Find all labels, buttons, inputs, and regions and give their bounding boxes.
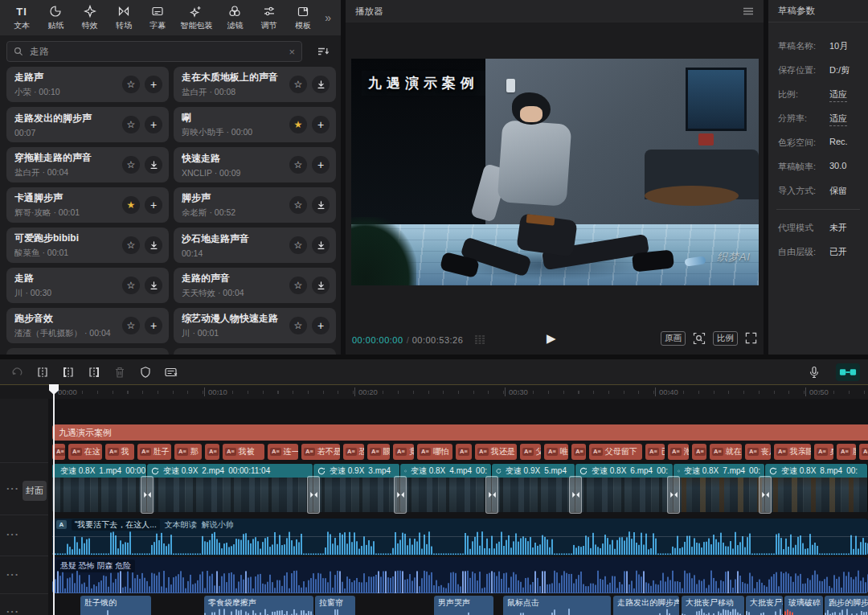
add-to-timeline-button[interactable]: + [312, 196, 330, 214]
subtitle-clip[interactable]: 父母留下 [589, 444, 642, 460]
favorite-button[interactable] [289, 236, 307, 254]
subtitle-clip[interactable] [692, 444, 706, 460]
add-to-timeline-button[interactable]: + [145, 317, 162, 334]
sound-effect-card[interactable]: 走路的声音 天天特效 · 00:04 + [174, 268, 336, 303]
sound-effect-clip[interactable]: 玻璃破碎 [784, 596, 823, 615]
original-quality-button[interactable]: 原画 [661, 331, 686, 346]
sound-effect-card[interactable]: 可爱跑步bibibi 酸菜鱼 · 00:01 + [6, 228, 169, 263]
field-value[interactable]: 适应 [829, 88, 847, 102]
split-icon[interactable] [31, 363, 55, 382]
playhead[interactable] [53, 384, 55, 615]
favorite-button[interactable] [289, 156, 307, 174]
play-button[interactable]: ▶ [547, 331, 556, 346]
add-to-timeline-button[interactable]: + [145, 156, 162, 174]
sound-effect-clip[interactable]: 大批丧尸移动 [682, 596, 744, 615]
field-value[interactable]: 适应 [829, 113, 847, 126]
collapse-toolbar-button[interactable]: » [320, 11, 336, 24]
add-to-timeline-button[interactable]: + [145, 196, 162, 214]
sound-effect-clip[interactable]: 拉窗帘 [315, 596, 355, 615]
subtitle-clip[interactable]: 潮 [668, 444, 689, 460]
subtitle-clip[interactable]: 若不是 [301, 444, 340, 460]
sound-effect-card[interactable]: 快速走路 XNCLIP · 00:09 + [174, 147, 336, 182]
favorite-button[interactable] [122, 116, 140, 133]
sound-effect-card[interactable]: 唰 剪映小助手 · 00:00 + [174, 107, 336, 142]
sound-effect-clip[interactable]: 鼠标点击 [503, 596, 611, 615]
microphone-icon[interactable] [802, 363, 826, 382]
field-value[interactable]: Rec. [829, 137, 848, 146]
transition-marker[interactable] [569, 476, 582, 514]
voice-track-menu[interactable]: ··· [5, 529, 21, 540]
tab-transition[interactable]: 转场 [107, 5, 141, 31]
favorite-button[interactable] [122, 277, 140, 294]
video-clip[interactable]: 变速 0.8X 8.mp4 00: [765, 464, 868, 512]
subtitle-clip[interactable] [571, 444, 586, 460]
add-to-timeline-button[interactable]: + [145, 76, 162, 93]
transition-marker[interactable] [759, 476, 772, 514]
cover-button[interactable]: 封面 [23, 481, 47, 501]
favorite-button[interactable] [122, 196, 140, 214]
sound-effect-card[interactable]: 沙石地走路声音 00:14 + [174, 228, 336, 263]
subtitle-clip[interactable]: 就在 [710, 444, 742, 460]
video-track-menu[interactable]: ··· [5, 483, 21, 494]
favorite-button[interactable] [289, 277, 307, 294]
video-clip[interactable]: 变速 0.9X 3.mp4 [313, 464, 400, 512]
tab-smart-pack[interactable]: 智能包装 [174, 5, 218, 31]
frame-list-icon[interactable] [474, 333, 485, 347]
add-to-timeline-button[interactable]: + [312, 76, 330, 93]
add-to-timeline-button[interactable]: + [145, 236, 162, 254]
sound-effect-clip[interactable]: 跑步的脚步声 [825, 596, 868, 615]
subtitle-clip[interactable]: 眼 [367, 444, 390, 460]
video-clip[interactable]: 变速 0.8X 1.mp4 00:00 [52, 464, 147, 512]
field-value[interactable]: D:/剪 [829, 64, 850, 76]
split-keep-left-icon[interactable] [56, 363, 80, 382]
subtitle-clip[interactable]: 恐 [343, 444, 364, 460]
sound-effect-card[interactable]: 走路发出的脚步声 00:07 + [6, 107, 169, 142]
tab-text[interactable]: TI 文本 [5, 5, 39, 31]
tab-adjust[interactable]: 调节 [252, 5, 286, 31]
add-to-timeline-button[interactable]: + [312, 236, 330, 254]
filter-button[interactable] [310, 43, 336, 60]
favorite-button[interactable] [289, 196, 307, 214]
sound-effect-card[interactable]: 穿拖鞋走路的声音 盐白开 · 00:04 + [6, 147, 169, 182]
split-keep-right-icon[interactable] [82, 363, 106, 382]
subtitle-clip[interactable]: 肚子 [137, 444, 171, 460]
field-value[interactable]: 已开 [829, 246, 847, 258]
aspect-ratio-button[interactable]: 比例 [713, 331, 738, 346]
timeline-ruler[interactable]: 00:0000:1000:2000:3000:4000:50 [0, 384, 868, 399]
subtitle-clip[interactable]: 唯一 [544, 444, 568, 460]
subtitle-clip[interactable]: 我 [105, 444, 134, 460]
subtitle-clip[interactable] [456, 444, 472, 460]
transition-marker[interactable] [307, 476, 320, 514]
tab-filter[interactable]: 滤镜 [218, 5, 252, 31]
main-title-clip[interactable]: 九遇演示案例 [52, 424, 868, 441]
subtitle-clip[interactable]: 我还是 [475, 444, 517, 460]
subtitle-clip[interactable] [859, 444, 868, 460]
sound-effect-clip[interactable]: 肚子饿的 [80, 596, 151, 615]
video-clip[interactable]: 变速 0.8X 6.mp4 00: [575, 464, 674, 512]
transition-marker[interactable] [394, 476, 407, 514]
voiceover-clip[interactable]: A “我要活下去，在这人... 文本朗读 解说小帅 [52, 519, 868, 556]
tab-captions[interactable]: 字幕 [141, 5, 174, 31]
fx-track-menu[interactable]: ··· [5, 606, 21, 615]
clear-search-icon[interactable]: × [289, 46, 295, 58]
favorite-button[interactable] [289, 317, 307, 334]
transition-marker[interactable] [141, 476, 154, 514]
sound-effect-clip[interactable]: 大批丧尸移 [746, 596, 783, 615]
favorite-button[interactable] [289, 76, 307, 93]
favorite-button[interactable] [122, 76, 140, 93]
sound-effect-clip[interactable]: 零食袋摩擦声 [204, 596, 313, 615]
subtitle-clip[interactable]: 父 [520, 444, 541, 460]
sound-effect-card[interactable]: 走在木质地板上的声音 盐白开 · 00:08 + [174, 67, 336, 102]
tab-template[interactable]: 模板 [286, 5, 320, 31]
subtitle-clip[interactable]: 我被 [223, 444, 264, 460]
subtitle-clip[interactable]: 丧尸 [745, 444, 771, 460]
subtitle-clip[interactable]: 竟 [393, 444, 414, 460]
sound-effect-card[interactable]: 卡通脚步声 辉哥·攻略 · 00:01 + [6, 187, 169, 223]
fullscreen-icon[interactable] [745, 332, 757, 344]
undo-icon[interactable] [5, 363, 29, 382]
video-clip[interactable]: 变速 0.8X 7.mp4 00: [674, 464, 765, 512]
text-clear-icon[interactable] [159, 363, 183, 382]
add-to-timeline-button[interactable]: + [312, 156, 330, 174]
subtitle-clip[interactable]: 已 [645, 444, 665, 460]
favorite-button[interactable] [122, 236, 140, 254]
